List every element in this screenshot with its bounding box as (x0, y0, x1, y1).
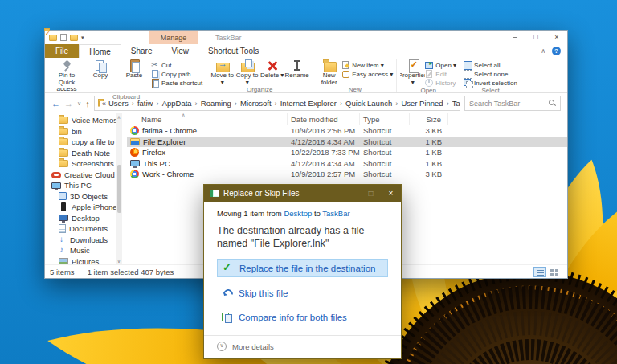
ribbon-small-button[interactable]: Invert selection (464, 79, 517, 87)
collapse-ribbon-icon[interactable]: ∧ (541, 47, 545, 55)
sidebar-item[interactable]: copy a file to m (45, 137, 122, 148)
qat-new-folder-icon[interactable] (70, 35, 78, 41)
file-row[interactable]: Firefox 10/22/2018 7:33 PM Shortcut 1 KB (127, 147, 567, 158)
dialog-option[interactable]: Compare info for both files (217, 309, 388, 325)
large-icons-view-button[interactable] (548, 267, 561, 277)
breadcrumb-item[interactable]: User Pinned (401, 99, 452, 108)
file-row[interactable]: File Explorer 4/12/2018 4:34 AM Shortcut… (127, 137, 567, 148)
help-icon[interactable]: ? (552, 47, 561, 55)
ribbon-small-button[interactable]: Select all (464, 61, 517, 69)
file-row[interactable]: This PC 4/12/2018 4:34 AM Shortcut 1 KB (127, 158, 567, 170)
dialog-close-button[interactable]: × (381, 185, 401, 202)
window-controls: – □ × (505, 31, 567, 44)
ribbon-small-label: Copy path (161, 71, 190, 78)
scrollbar-thumb[interactable] (117, 165, 121, 213)
breadcrumb-item[interactable]: TaskBar (452, 99, 460, 108)
replace-skip-dialog: Replace or Skip Files – □ × Moving 1 ite… (203, 184, 402, 359)
sidebar-item[interactable]: bin (45, 126, 122, 137)
sidebar-item[interactable]: Voice Memos (45, 115, 122, 126)
ribbon-small-label: Edit (435, 71, 447, 78)
ribbon-small-button[interactable]: Edit (425, 70, 456, 78)
breadcrumb-item[interactable]: Users (108, 99, 137, 108)
more-details-toggle[interactable]: More details (204, 335, 401, 358)
breadcrumb[interactable]: « Users fatiw AppData Roaming Microsoft … (94, 96, 460, 111)
ribbon-button[interactable]: Properties ▾ (400, 59, 425, 86)
ribbon-small-button[interactable]: Cut (151, 61, 202, 69)
dialog-option[interactable]: Replace the file in the destination (217, 259, 388, 277)
ribbon-small-button[interactable]: Copy path (151, 70, 202, 78)
sidebar-item[interactable]: Documents (45, 223, 122, 235)
ribbon-button[interactable]: Copy (84, 59, 117, 93)
scroll-down-icon[interactable]: ∨ (117, 258, 121, 264)
dialog-title-bar[interactable]: Replace or Skip Files – □ × (204, 185, 401, 202)
breadcrumb-item[interactable]: Roaming (201, 99, 240, 108)
sidebar-item[interactable]: Apple iPhone (45, 202, 122, 213)
breadcrumb-item[interactable]: Microsoft (240, 99, 280, 108)
ribbon-button[interactable]: Copy to ▾ (235, 59, 259, 86)
ribbon-small-button[interactable]: Paste shortcut (151, 79, 202, 87)
minimize-button[interactable]: – (505, 31, 525, 44)
sidebar-scrollbar[interactable]: ∧ ∨ (116, 113, 122, 264)
dialog-option[interactable]: Skip this file (217, 284, 388, 301)
sidebar-item[interactable]: Screenshots (45, 158, 122, 170)
breadcrumb-item[interactable]: fatiw (137, 99, 162, 108)
file-row[interactable]: Work - Chrome 10/9/2018 2:57 PM Shortcut… (127, 169, 567, 180)
column-header-size[interactable]: Size (410, 113, 448, 125)
sidebar-item[interactable]: Music (45, 245, 122, 256)
search-box[interactable] (464, 96, 561, 111)
title-bar[interactable]: ▾ Manage TaskBar – □ × (45, 31, 567, 44)
up-icon[interactable]: ↑ (85, 99, 90, 108)
sidebar-item[interactable]: Downloads (45, 235, 122, 246)
qat-customize-icon[interactable]: ▾ (81, 35, 84, 41)
forward-icon[interactable]: → (64, 99, 73, 108)
quick-access-toolbar: ▾ (45, 34, 84, 41)
ribbon-button[interactable]: Move to ▾ (210, 59, 235, 86)
breadcrumb-item[interactable]: Quick Launch (345, 99, 401, 108)
column-header-modified[interactable]: Date modified (288, 113, 360, 125)
moving-source-link[interactable]: Desktop (284, 209, 312, 218)
ribbon-button-label: Pin to Quick access (50, 72, 84, 93)
ribbon-button[interactable]: Paste (117, 59, 151, 93)
scroll-up-icon[interactable]: ∧ (117, 114, 121, 120)
search-icon[interactable] (549, 100, 556, 107)
ribbon-button[interactable]: Pin to Quick access (50, 59, 84, 93)
ribbon-small-button[interactable]: Easy access ▾ (341, 70, 393, 78)
breadcrumb-item[interactable]: AppData (162, 99, 201, 108)
qat-properties-icon[interactable] (60, 34, 67, 41)
close-button[interactable]: × (546, 31, 567, 44)
tab-file[interactable]: File (45, 44, 79, 58)
ribbon-small-button[interactable]: New item ▾ (341, 61, 393, 69)
recent-locations-icon[interactable]: ∨ (77, 100, 81, 107)
ribbon-small-label: History (435, 80, 456, 87)
sidebar-item[interactable]: Pictures (45, 256, 122, 265)
ribbon-button[interactable]: New folder (317, 59, 341, 86)
column-header-name[interactable]: Name (127, 113, 288, 125)
moving-destination-link[interactable]: TaskBar (322, 209, 349, 218)
ribbon-button[interactable]: Rename (284, 59, 309, 86)
breadcrumb-item[interactable]: Internet Explorer (280, 99, 345, 108)
dialog-minimize-button[interactable]: – (341, 185, 361, 202)
column-header-type[interactable]: Type (360, 113, 410, 125)
sidebar-item[interactable]: This PC (45, 180, 122, 191)
ribbon-small-button[interactable]: History (425, 79, 456, 87)
details-view-button[interactable] (533, 267, 546, 277)
back-icon[interactable]: ← (51, 99, 60, 108)
tab-view[interactable]: View (162, 44, 199, 58)
tab-shortcut-tools[interactable]: Shortcut Tools (198, 44, 268, 58)
ribbon-button[interactable]: Delete ▾ (259, 59, 284, 86)
file-row[interactable]: fatima - Chrome 10/9/2018 2:56 PM Shortc… (127, 125, 567, 137)
search-input[interactable] (469, 100, 549, 108)
sidebar-item[interactable]: 3D Objects (45, 191, 122, 202)
sidebar-item-icon (59, 258, 68, 264)
ribbon-small-icon (341, 61, 349, 69)
tab-share[interactable]: Share (121, 44, 162, 58)
maximize-button[interactable]: □ (525, 31, 546, 44)
manage-contextual-tab[interactable]: Manage (149, 31, 198, 44)
ribbon-group-open: Properties ▾ Open ▾ (397, 59, 460, 92)
sidebar-item[interactable]: Death Note (45, 148, 122, 159)
ribbon-small-button[interactable]: Open ▾ (425, 61, 456, 69)
tab-home[interactable]: Home (79, 44, 121, 58)
sidebar-item[interactable]: Creative Cloud Fil (45, 170, 122, 181)
ribbon-small-button[interactable]: Select none (464, 70, 517, 78)
sidebar-item[interactable]: Desktop (45, 213, 122, 224)
